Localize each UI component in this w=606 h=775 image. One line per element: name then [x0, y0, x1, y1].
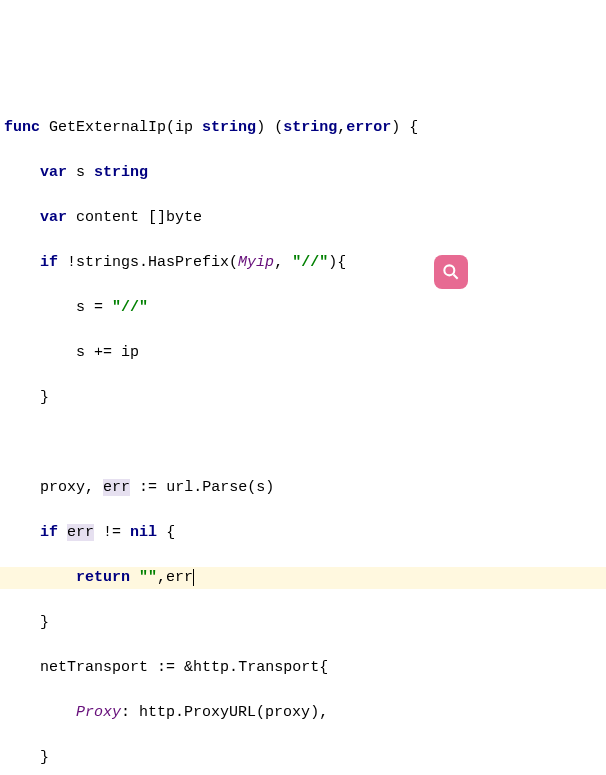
- code-line: if err != nil {: [0, 522, 606, 545]
- code-line: var content []byte: [0, 207, 606, 230]
- search-button[interactable]: [434, 255, 468, 289]
- code-line: netTransport := &http.Transport{: [0, 657, 606, 680]
- code-line: }: [0, 747, 606, 770]
- code-line: }: [0, 387, 606, 410]
- magnifier-icon: [441, 262, 461, 282]
- code-line: [0, 432, 606, 455]
- code-line: func GetExternalIp(ip string) (string,er…: [0, 117, 606, 140]
- svg-point-0: [444, 265, 454, 275]
- code-line: proxy, err := url.Parse(s): [0, 477, 606, 500]
- code-line: }: [0, 612, 606, 635]
- code-line-active: return "",err: [0, 567, 606, 590]
- code-line: if !strings.HasPrefix(Myip, "//"){: [0, 252, 606, 275]
- code-container: { "code": { "l01": {"kw1":"func","fn":"G…: [0, 27, 606, 776]
- code-line: s += ip: [0, 342, 606, 365]
- code-line: var s string: [0, 162, 606, 185]
- text-cursor: [193, 569, 194, 586]
- code-line: s = "//": [0, 297, 606, 320]
- svg-line-1: [454, 274, 458, 278]
- code-line: Proxy: http.ProxyURL(proxy),: [0, 702, 606, 725]
